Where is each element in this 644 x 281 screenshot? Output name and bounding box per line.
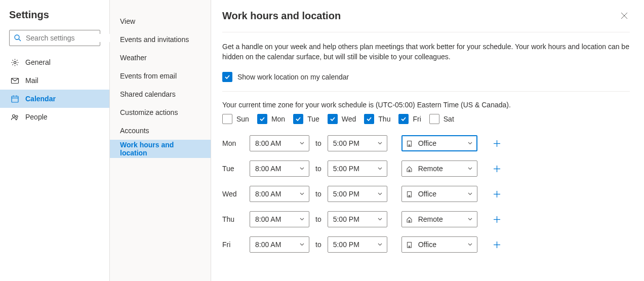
schedule-day-label: Wed xyxy=(222,190,244,198)
location-dropdown[interactable]: Office xyxy=(401,186,477,202)
start-time-dropdown[interactable]: 8:00 AM xyxy=(250,135,309,151)
svg-rect-31 xyxy=(409,220,410,222)
settings-sidebar: Settings GeneralMailCalendarPeople xyxy=(0,0,110,281)
schedule-day-label: Mon xyxy=(222,139,244,147)
chevron-down-icon xyxy=(299,190,305,198)
page-title: Work hours and location xyxy=(222,10,341,22)
svg-rect-12 xyxy=(407,141,411,146)
svg-line-1 xyxy=(19,39,21,41)
svg-rect-23 xyxy=(407,191,411,197)
home-icon xyxy=(406,216,413,223)
end-time-value: 5:00 PM xyxy=(333,215,359,223)
end-time-dropdown[interactable]: 5:00 PM xyxy=(328,211,387,227)
people-icon xyxy=(10,113,19,122)
svg-point-0 xyxy=(15,35,19,39)
day-checkbox[interactable] xyxy=(328,114,338,124)
description-text: Get a handle on your week and help other… xyxy=(222,42,630,62)
nav-item-people[interactable]: People xyxy=(0,108,109,126)
add-slot-button[interactable] xyxy=(490,186,505,202)
add-slot-button[interactable] xyxy=(490,161,505,176)
day-checkbox[interactable] xyxy=(293,114,303,124)
svg-rect-17 xyxy=(409,145,410,146)
start-time-value: 8:00 AM xyxy=(255,215,281,223)
day-toggle-sat: Sat xyxy=(429,114,454,124)
chevron-down-icon xyxy=(467,240,473,249)
calendar-icon xyxy=(10,95,19,103)
add-slot-button[interactable] xyxy=(490,237,505,252)
nav-item-label: Calendar xyxy=(25,95,56,103)
svg-point-8 xyxy=(12,114,15,117)
chevron-down-icon xyxy=(377,215,383,223)
day-toggle-fri: Fri xyxy=(398,114,421,124)
day-label: Tue xyxy=(307,115,319,123)
settings-title: Settings xyxy=(0,9,109,30)
location-value: Office xyxy=(418,240,462,249)
day-toggle-mon: Mon xyxy=(257,114,285,124)
category-item[interactable]: Work hours and location xyxy=(110,140,211,158)
end-time-value: 5:00 PM xyxy=(333,165,359,173)
day-toggle-thu: Thu xyxy=(364,114,390,124)
location-dropdown[interactable]: Office xyxy=(401,236,477,253)
close-button[interactable] xyxy=(619,10,630,23)
add-slot-button[interactable] xyxy=(490,136,505,151)
category-item[interactable]: Shared calendars xyxy=(110,85,211,103)
end-time-dropdown[interactable]: 5:00 PM xyxy=(328,186,387,202)
category-item[interactable]: Events from email xyxy=(110,67,211,85)
end-time-dropdown[interactable]: 5:00 PM xyxy=(328,135,387,151)
category-item[interactable]: Accounts xyxy=(110,122,211,140)
nav-item-mail[interactable]: Mail xyxy=(0,71,109,90)
show-location-label: Show work location on my calendar xyxy=(237,73,349,81)
day-label: Fri xyxy=(413,115,421,123)
location-dropdown[interactable]: Remote xyxy=(401,211,477,227)
start-time-dropdown[interactable]: 8:00 AM xyxy=(250,186,309,202)
location-dropdown[interactable]: Remote xyxy=(401,160,477,177)
svg-rect-20 xyxy=(409,170,410,172)
start-time-value: 8:00 AM xyxy=(255,240,281,249)
mail-icon xyxy=(10,76,19,85)
chevron-down-icon xyxy=(299,215,305,223)
nav-item-label: Mail xyxy=(25,76,38,85)
day-checkbox[interactable] xyxy=(222,114,232,124)
nav-item-general[interactable]: General xyxy=(0,53,109,71)
schedule-day-label: Tue xyxy=(222,165,244,173)
svg-rect-39 xyxy=(409,246,410,248)
day-toggle-wed: Wed xyxy=(328,114,356,124)
timezone-note: Your current time zone for your work sch… xyxy=(222,101,630,109)
end-time-dropdown[interactable]: 5:00 PM xyxy=(328,160,387,177)
start-time-dropdown[interactable]: 8:00 AM xyxy=(250,211,309,227)
category-item[interactable]: Customize actions xyxy=(110,103,211,122)
day-checkbox[interactable] xyxy=(257,114,267,124)
schedule-row: Mon 8:00 AM to 5:00 PM Office xyxy=(222,135,630,151)
add-slot-button[interactable] xyxy=(490,212,505,227)
chevron-down-icon xyxy=(299,240,305,249)
category-item[interactable]: Events and invitations xyxy=(110,30,211,49)
to-label: to xyxy=(315,165,321,173)
day-checkbox[interactable] xyxy=(429,114,439,124)
start-time-value: 8:00 AM xyxy=(255,190,281,198)
day-checkbox[interactable] xyxy=(398,114,409,124)
search-input[interactable] xyxy=(9,30,100,46)
start-time-dropdown[interactable]: 8:00 AM xyxy=(250,236,309,253)
show-location-checkbox[interactable] xyxy=(222,72,232,82)
nav-item-label: General xyxy=(25,58,51,66)
nav-item-calendar[interactable]: Calendar xyxy=(0,90,109,108)
schedule-day-label: Thu xyxy=(222,215,244,223)
end-time-value: 5:00 PM xyxy=(333,139,359,147)
location-dropdown[interactable]: Office xyxy=(401,135,477,151)
end-time-dropdown[interactable]: 5:00 PM xyxy=(328,236,387,253)
day-label: Sat xyxy=(444,115,454,123)
search-field[interactable] xyxy=(26,34,114,42)
chevron-down-icon xyxy=(299,165,305,173)
location-value: Office xyxy=(418,139,462,147)
day-checkbox[interactable] xyxy=(364,114,374,124)
schedule-day-label: Fri xyxy=(222,240,244,249)
schedule-row: Fri 8:00 AM to 5:00 PM Office xyxy=(222,236,630,253)
content-panel: Work hours and location Get a handle on … xyxy=(211,0,644,281)
category-sidebar: ViewEvents and invitationsWeatherEvents … xyxy=(110,0,211,281)
category-item[interactable]: Weather xyxy=(110,49,211,67)
svg-point-2 xyxy=(14,61,16,63)
category-item[interactable]: View xyxy=(110,12,211,30)
chevron-down-icon xyxy=(467,139,473,147)
gear-icon xyxy=(10,58,19,67)
start-time-dropdown[interactable]: 8:00 AM xyxy=(250,160,309,177)
